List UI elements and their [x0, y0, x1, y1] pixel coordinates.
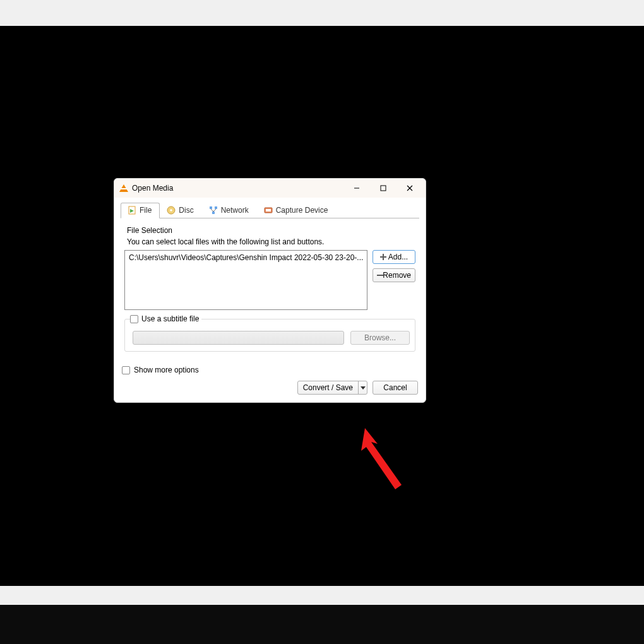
svg-line-12 — [213, 209, 216, 212]
subtitle-path-field — [133, 331, 344, 345]
vlc-cone-icon — [119, 184, 128, 193]
svg-point-7 — [170, 209, 173, 212]
more-options-checkbox[interactable] — [122, 366, 130, 374]
maximize-button[interactable] — [370, 179, 397, 197]
options-row: Show more options — [114, 359, 426, 374]
disc-icon — [167, 206, 176, 215]
file-list-entry[interactable]: C:\Users\shuvr\Videos\Captures\Genshin I… — [129, 253, 363, 262]
capture-icon — [264, 206, 273, 215]
remove-label: Remove — [383, 271, 411, 280]
convert-label[interactable]: Convert / Save — [298, 381, 358, 394]
tab-disc[interactable]: Disc — [160, 203, 201, 218]
subtitle-checkbox-label: Use a subtitle file — [141, 314, 199, 323]
dialog-title: Open Media — [132, 184, 173, 193]
tab-strip: File Disc Network — [121, 203, 419, 218]
tab-capture[interactable]: Capture Device — [257, 203, 337, 218]
tab-file[interactable]: File — [121, 203, 160, 218]
page-top-bar — [0, 0, 644, 26]
tab-network[interactable]: Network — [202, 203, 257, 218]
plus-icon — [380, 254, 386, 260]
tab-label: Disc — [179, 206, 193, 215]
app-video-area: Open Media File — [0, 26, 644, 586]
subtitle-checkbox[interactable] — [130, 315, 138, 323]
svg-marker-15 — [361, 428, 402, 489]
chevron-down-icon — [361, 386, 366, 390]
convert-save-button[interactable]: Convert / Save — [297, 381, 367, 395]
close-button[interactable] — [397, 179, 423, 197]
tab-label: Capture Device — [276, 206, 328, 215]
minus-icon — [377, 272, 381, 278]
file-selection-help: You can select local files with the foll… — [127, 237, 415, 246]
browse-label: Browse... — [364, 333, 396, 342]
open-media-dialog: Open Media File — [114, 178, 426, 403]
annotation-arrow-icon — [352, 428, 428, 504]
file-list[interactable]: C:\Users\shuvr\Videos\Captures\Genshin I… — [124, 250, 367, 310]
more-options-label: Show more options — [134, 366, 199, 374]
cancel-button[interactable]: Cancel — [373, 381, 418, 395]
svg-rect-10 — [212, 212, 215, 214]
browse-button: Browse... — [350, 331, 410, 345]
svg-rect-1 — [381, 186, 386, 191]
tab-label: Network — [221, 206, 249, 215]
convert-dropdown-toggle[interactable] — [358, 381, 367, 394]
dialog-titlebar[interactable]: Open Media — [114, 179, 426, 198]
file-selection-label: File Selection — [127, 226, 415, 235]
svg-rect-9 — [215, 206, 217, 209]
svg-line-11 — [211, 209, 213, 212]
subtitle-group: Use a subtitle file Browse... — [124, 319, 415, 352]
page-bottom-light — [0, 586, 644, 605]
svg-rect-14 — [266, 209, 271, 212]
remove-button[interactable]: Remove — [373, 268, 415, 282]
minimize-button[interactable] — [343, 179, 370, 197]
cancel-label: Cancel — [383, 383, 407, 392]
page-bottom-dark — [0, 605, 644, 644]
add-button[interactable]: Add... — [373, 250, 415, 264]
svg-rect-8 — [210, 206, 212, 209]
dialog-body: File Selection You can select local file… — [114, 218, 426, 359]
window-controls — [343, 179, 423, 197]
tab-label: File — [140, 206, 152, 215]
tab-area: File Disc Network — [114, 198, 426, 218]
dialog-footer: Convert / Save Cancel — [114, 374, 426, 402]
network-icon — [209, 206, 218, 215]
file-icon — [128, 206, 136, 215]
add-label: Add... — [388, 253, 408, 261]
